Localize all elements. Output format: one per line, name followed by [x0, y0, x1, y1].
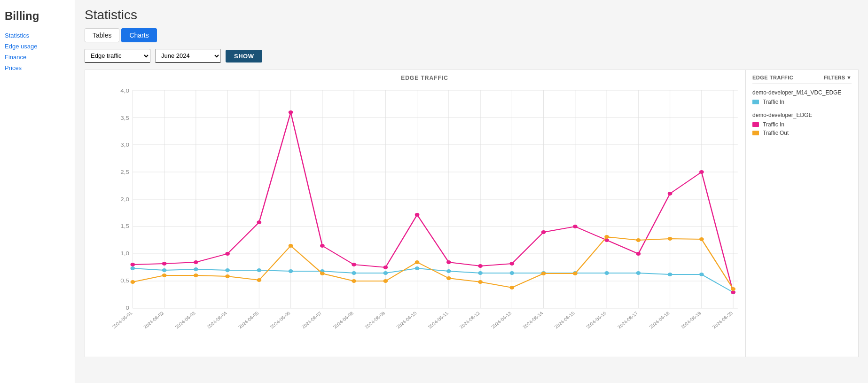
svg-point-109 [478, 280, 483, 284]
legend-item-blue: Traffic In [752, 99, 852, 105]
svg-point-69 [478, 271, 483, 275]
svg-point-88 [446, 260, 451, 264]
svg-point-92 [573, 225, 578, 228]
chart-title: EDGE TRAFFIC [109, 75, 741, 81]
svg-point-97 [731, 290, 735, 294]
svg-point-80 [194, 260, 198, 264]
filters-button[interactable]: FILTERS ▼ [824, 75, 852, 80]
svg-text:2024-06-16: 2024-06-16 [585, 311, 608, 328]
pink-dots [130, 110, 735, 294]
svg-text:2,0: 2,0 [120, 196, 129, 203]
svg-point-99 [162, 274, 167, 277]
svg-text:2024-06-04: 2024-06-04 [205, 311, 228, 328]
svg-text:0,5: 0,5 [120, 278, 129, 284]
svg-text:4,0: 4,0 [120, 88, 129, 94]
svg-text:2024-06-07: 2024-06-07 [300, 311, 323, 328]
svg-point-98 [130, 280, 135, 284]
svg-point-65 [352, 271, 356, 275]
svg-point-59 [162, 268, 167, 272]
svg-point-116 [699, 237, 704, 241]
controls-bar: Edge traffic Edge usage June 2024 May 20… [85, 49, 859, 63]
svg-point-100 [194, 274, 198, 277]
svg-point-110 [509, 286, 514, 289]
svg-text:2024-06-05: 2024-06-05 [237, 311, 260, 328]
legend-item-pink: Traffic In [752, 121, 852, 128]
svg-point-86 [383, 266, 388, 269]
svg-point-108 [446, 276, 451, 280]
svg-text:2024-06-09: 2024-06-09 [364, 311, 387, 328]
svg-text:2,5: 2,5 [120, 169, 129, 175]
svg-point-81 [225, 252, 230, 256]
svg-point-61 [225, 268, 230, 272]
svg-point-101 [225, 274, 230, 278]
svg-text:2024-06-13: 2024-06-13 [490, 311, 513, 328]
page-title: Statistics [85, 8, 859, 23]
svg-point-84 [320, 244, 325, 248]
svg-point-103 [289, 244, 293, 248]
svg-point-63 [289, 269, 293, 273]
svg-text:2024-06-02: 2024-06-02 [142, 311, 165, 328]
sidebar-item-prices[interactable]: Prices [5, 63, 70, 73]
svg-text:2024-06-19: 2024-06-19 [680, 311, 703, 328]
legend-header: EDGE TRAFFIC FILTERS ▼ [752, 75, 852, 84]
svg-text:2024-06-03: 2024-06-03 [174, 311, 197, 328]
tab-charts[interactable]: Charts [121, 28, 156, 42]
svg-point-104 [320, 272, 325, 275]
main-content: Statistics Tables Charts Edge traffic Ed… [75, 0, 868, 383]
svg-point-107 [415, 260, 420, 264]
svg-point-66 [383, 271, 388, 275]
sidebar-item-edge-usage[interactable]: Edge usage [5, 41, 70, 52]
svg-point-89 [478, 264, 483, 268]
sidebar: Billing Statistics Edge usage Finance Pr… [0, 0, 75, 383]
svg-point-76 [699, 273, 704, 276]
svg-point-96 [699, 170, 704, 174]
legend-group-m14: demo-developer_M14_VDC_EDGE Traffic In [752, 89, 852, 105]
legend-label-orange: Traffic Out [763, 130, 789, 136]
legend-color-blue [752, 100, 759, 104]
svg-text:2024-06-14: 2024-06-14 [522, 311, 545, 328]
svg-point-115 [668, 237, 673, 241]
svg-point-113 [604, 235, 609, 239]
legend-item-orange: Traffic Out [752, 130, 852, 136]
svg-point-75 [668, 273, 673, 276]
tab-tables[interactable]: Tables [85, 28, 119, 42]
svg-point-79 [162, 262, 167, 266]
svg-point-78 [130, 263, 135, 266]
svg-point-106 [383, 279, 388, 283]
svg-text:2024-06-11: 2024-06-11 [427, 311, 450, 328]
svg-text:2024-06-18: 2024-06-18 [648, 311, 671, 328]
svg-text:2024-06-12: 2024-06-12 [458, 311, 481, 328]
line-blue-traffic-in [133, 268, 733, 292]
svg-point-73 [604, 271, 609, 275]
svg-point-114 [636, 238, 641, 242]
chart-container: EDGE TRAFFIC 4,0 3,5 3,0 2,5 2,0 1,5 [85, 70, 859, 357]
svg-point-95 [668, 192, 673, 195]
svg-point-82 [257, 220, 261, 224]
svg-point-58 [130, 266, 135, 270]
svg-point-117 [731, 287, 735, 291]
svg-text:2024-06-15: 2024-06-15 [553, 311, 576, 328]
svg-point-68 [446, 269, 451, 273]
svg-point-74 [636, 271, 641, 275]
month-dropdown[interactable]: June 2024 May 2024 July 2024 [155, 49, 221, 63]
chart-svg-wrapper: 4,0 3,5 3,0 2,5 2,0 1,5 1,0 0,5 0 [109, 84, 741, 328]
show-button[interactable]: SHOW [226, 50, 262, 63]
legend-panel: EDGE TRAFFIC FILTERS ▼ demo-developer_M1… [745, 70, 858, 357]
svg-point-85 [352, 263, 356, 266]
legend-color-orange [752, 131, 759, 135]
svg-text:2024-06-10: 2024-06-10 [395, 311, 418, 328]
svg-point-87 [415, 213, 420, 217]
svg-text:1,5: 1,5 [120, 223, 129, 229]
svg-point-67 [415, 266, 420, 270]
svg-point-91 [541, 230, 546, 234]
traffic-type-dropdown[interactable]: Edge traffic Edge usage [85, 49, 150, 63]
orange-dots [130, 235, 735, 291]
chart-area: EDGE TRAFFIC 4,0 3,5 3,0 2,5 2,0 1,5 [85, 70, 745, 357]
svg-text:2024-06-08: 2024-06-08 [332, 311, 355, 328]
legend-group-m14-name: demo-developer_M14_VDC_EDGE [752, 89, 852, 96]
svg-point-94 [636, 252, 641, 256]
svg-text:2024-06-20: 2024-06-20 [711, 311, 734, 328]
svg-point-112 [573, 272, 578, 275]
sidebar-item-finance[interactable]: Finance [5, 52, 70, 63]
sidebar-item-statistics[interactable]: Statistics [5, 30, 70, 41]
